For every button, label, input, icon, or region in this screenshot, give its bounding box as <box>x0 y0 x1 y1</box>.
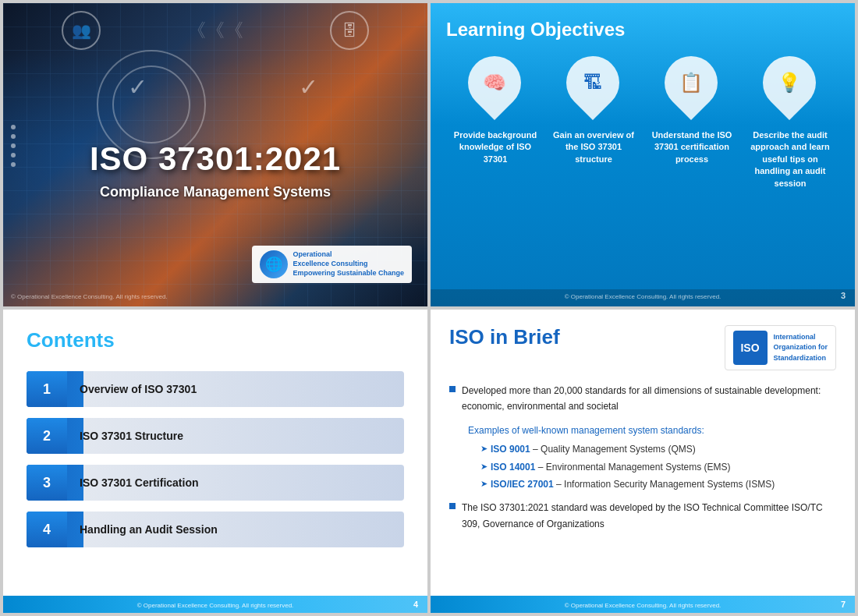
slide-main-content: ISO 37301:2021 Compliance Management Sys… <box>3 3 427 306</box>
pin-4: 💡 <box>763 56 817 119</box>
bullet-2-text: The ISO 37301:2021 standard was develope… <box>462 500 836 532</box>
content-num-4: 4 <box>27 512 67 547</box>
arrow-icon-3: ➤ <box>480 476 488 491</box>
sub-heading: Examples of well-known management system… <box>468 423 836 438</box>
pin-body-1: 🧠 <box>457 45 532 120</box>
slide-main-title: ISO 37301:2021 <box>90 140 341 178</box>
slide-iso-brief: ISO in Brief ISO International Organizat… <box>431 310 855 613</box>
slide4-header: ISO in Brief ISO International Organizat… <box>449 325 836 370</box>
pin-2: 🏗 <box>566 56 621 119</box>
content-item-4: 4 Handling an Audit Session <box>27 512 404 547</box>
content-item-2: 2 ISO 37301 Structure <box>27 418 404 454</box>
objective-1-text: Provide background knowledge of ISO 3730… <box>452 129 538 165</box>
iso-14001-rest: – Environmental Management Systems (EMS) <box>535 462 730 473</box>
iso-27001-rest: – Information Security Management System… <box>554 479 775 490</box>
structure-icon: 🏗 <box>583 72 602 94</box>
objective-3-text: Understand the ISO 37301 certification p… <box>649 129 735 165</box>
sub-item-2: ➤ ISO 14001 – Environmental Management S… <box>480 459 836 475</box>
contents-title: Contents <box>27 328 404 352</box>
iso-27001-label: ISO/IEC 27001 <box>491 479 554 490</box>
slide-contents: Contents 1 Overview of ISO 37301 2 ISO 3… <box>3 310 427 613</box>
bullet-square-2 <box>449 503 456 509</box>
content-label-4: Handling an Audit Session <box>67 523 230 536</box>
sub-item-3: ➤ ISO/IEC 27001 – Information Security M… <box>480 476 836 492</box>
iso-badge: ISO <box>733 331 768 365</box>
objective-4: 💡 Describe the audit approach and learn … <box>747 56 833 189</box>
iso-brief-title: ISO in Brief <box>449 325 560 349</box>
content-label-3: ISO 37301 Certification <box>67 476 211 489</box>
sub-bullets: Examples of well-known management system… <box>468 423 836 493</box>
content-item-1: 1 Overview of ISO 37301 <box>27 371 404 407</box>
iso-9001-rest: – Quality Management Systems (QMS) <box>530 444 696 455</box>
lightbulb-icon: 💡 <box>778 72 801 94</box>
checklist-icon: 📋 <box>679 72 703 94</box>
objective-2: 🏗 Gain an overview of the ISO 37301 stru… <box>551 56 636 165</box>
pin-body-2: 🏗 <box>555 45 630 120</box>
slide2-copyright: © Operational Excellence Consulting. All… <box>565 293 722 300</box>
iso-9001-label: ISO 9001 <box>491 444 530 455</box>
objective-1: 🧠 Provide background knowledge of ISO 37… <box>452 56 538 165</box>
slide2-page-number: 3 <box>841 291 846 300</box>
pin-3: 📋 <box>665 56 719 119</box>
arrow-icon-1: ➤ <box>480 441 488 456</box>
bullet-1-text: Developed more than 20,000 standards for… <box>462 383 836 415</box>
brain-icon: 🧠 <box>483 72 506 94</box>
arrow-icon-2: ➤ <box>480 459 488 474</box>
content-label-2: ISO 37301 Structure <box>67 430 196 442</box>
pin-1: 🧠 <box>468 56 523 119</box>
slide4-page-number: 7 <box>841 600 846 609</box>
bullet-square-1 <box>449 386 456 392</box>
learning-objectives-title: Learning Objectives <box>446 19 839 41</box>
pin-body-4: 💡 <box>752 45 827 120</box>
objective-4-text: Describe the audit approach and learn us… <box>747 129 833 189</box>
bullet-1: Developed more than 20,000 standards for… <box>449 383 836 415</box>
slide-learning-objectives: Learning Objectives 🧠 Provide background… <box>431 3 855 306</box>
iso-logo-box: ISO International Organization for Stand… <box>725 325 837 370</box>
bullet-2: The ISO 37301:2021 standard was develope… <box>449 500 836 532</box>
content-item-3: 3 ISO 37301 Certification <box>27 465 404 501</box>
content-num-3: 3 <box>27 465 67 501</box>
slide4-content: Developed more than 20,000 standards for… <box>449 383 836 532</box>
content-num-1: 1 <box>27 371 67 407</box>
slide3-page-number: 4 <box>413 600 418 609</box>
iso-org-text: International Organization for Standardi… <box>774 332 828 364</box>
slide4-copyright: © Operational Excellence Consulting. All… <box>565 602 722 609</box>
slide-cover: ✓ ✓ 👥 《《《 🗄 ISO 37301:2021 Compliance Ma… <box>3 3 427 306</box>
objective-3: 📋 Understand the ISO 37301 certification… <box>649 56 735 165</box>
contents-list: 1 Overview of ISO 37301 2 ISO 37301 Stru… <box>27 371 404 547</box>
slide3-copyright: © Operational Excellence Consulting. All… <box>137 602 294 609</box>
iso-14001-label: ISO 14001 <box>491 462 535 473</box>
slide-main-subtitle: Compliance Management Systems <box>100 184 331 200</box>
objectives-row: 🧠 Provide background knowledge of ISO 37… <box>446 56 839 189</box>
sub-item-1: ➤ ISO 9001 – Quality Management Systems … <box>480 441 836 457</box>
content-num-2: 2 <box>27 418 67 454</box>
content-label-1: Overview of ISO 37301 <box>67 383 209 395</box>
pin-body-3: 📋 <box>654 45 729 120</box>
objective-2-text: Gain an overview of the ISO 37301 struct… <box>551 129 636 165</box>
